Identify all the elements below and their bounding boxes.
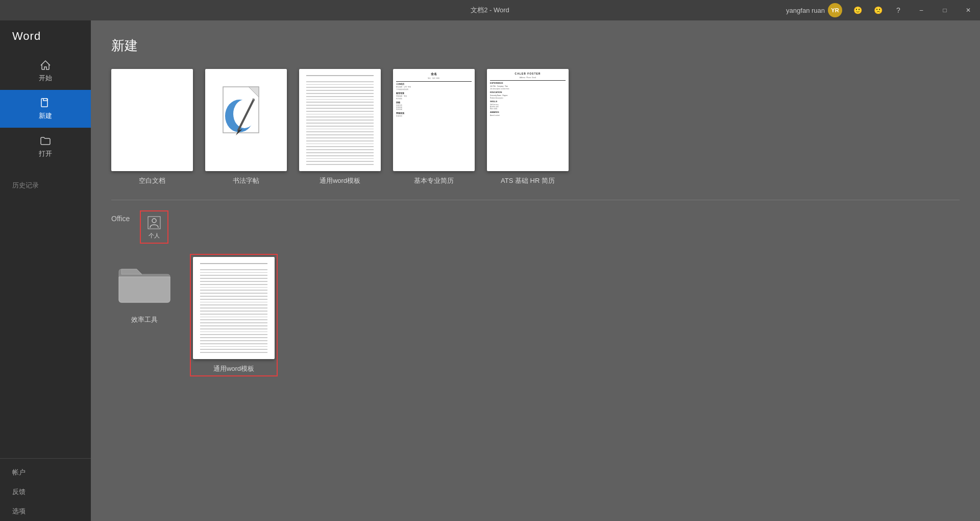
template-resume-basic-label: 基本专业简历	[414, 176, 454, 185]
sidebar-item-home[interactable]: 开始	[0, 52, 91, 90]
personal-templates-row: 效率工具	[111, 254, 960, 376]
svg-rect-0	[41, 99, 47, 107]
help-icon[interactable]: ?	[889, 1, 908, 19]
content-area: 新建 空白文档	[91, 20, 980, 521]
title-bar: 文档2 - Word yangfan ruan YR 🙂 🙁 ? – □ ✕	[0, 0, 980, 20]
user-info[interactable]: yangfan ruan YR	[782, 3, 846, 17]
personal-tab-label: 个人	[149, 232, 160, 240]
template-blank[interactable]: 空白文档	[111, 69, 193, 185]
template-resume-ats-thumb: CALEB FOSTER Address · Phone · Email EXP…	[487, 69, 569, 171]
template-resume-ats[interactable]: CALEB FOSTER Address · Phone · Email EXP…	[487, 69, 569, 185]
close-button[interactable]: ✕	[957, 2, 980, 18]
template-calligraphy[interactable]: 书法字帖	[205, 69, 287, 185]
sidebar-item-open[interactable]: 打开	[0, 128, 91, 165]
page-title: 新建	[111, 37, 960, 55]
template-general-personal-label: 通用word模板	[213, 364, 254, 373]
folder-thumb	[111, 254, 178, 310]
template-folder[interactable]: 效率工具	[111, 254, 178, 376]
templates-row: 空白文档	[111, 69, 960, 185]
main-area: Word 开始 新建	[0, 20, 980, 521]
template-calligraphy-label: 书法字帖	[233, 176, 259, 185]
emoji-happy-icon[interactable]: 🙂	[848, 1, 867, 19]
office-label: Office	[111, 210, 130, 223]
template-resume-basic[interactable]: 全名 地址 · 电话 · 邮箱 工作经历 职位名称 · 公司 · 年份 工作描述…	[393, 69, 475, 185]
maximize-button[interactable]: □	[933, 2, 957, 18]
template-resume-basic-thumb: 全名 地址 · 电话 · 邮箱 工作经历 职位名称 · 公司 · 年份 工作描述…	[393, 69, 475, 171]
personal-tab[interactable]: 个人	[140, 210, 168, 244]
window-controls: – □ ✕	[910, 2, 980, 18]
template-general-thumb	[299, 69, 381, 171]
template-blank-label: 空白文档	[139, 176, 165, 185]
template-calligraphy-thumb	[205, 69, 287, 171]
sidebar-nav: 开始 新建 打开	[0, 52, 91, 165]
sidebar-item-account[interactable]: 帐户	[0, 463, 91, 482]
user-name: yangfan ruan	[786, 7, 825, 14]
sidebar-bottom: 帐户 反馈 选项	[0, 458, 91, 521]
sidebar-item-feedback[interactable]: 反馈	[0, 482, 91, 502]
template-general[interactable]: 通用word模板	[299, 69, 381, 185]
folder-label: 效率工具	[131, 315, 158, 324]
section-divider	[111, 200, 960, 200]
sidebar-item-home-label: 开始	[39, 74, 52, 83]
sidebar-item-open-label: 打开	[39, 149, 52, 158]
sidebar-item-options[interactable]: 选项	[0, 502, 91, 521]
app-logo: Word	[0, 20, 91, 52]
template-general-label: 通用word模板	[320, 176, 360, 185]
template-general-personal[interactable]: 通用word模板	[190, 254, 278, 376]
minimize-button[interactable]: –	[910, 2, 933, 18]
sidebar-item-new-label: 新建	[39, 111, 52, 121]
template-general-personal-thumb	[193, 257, 275, 359]
sidebar-history-label: 历史记录	[0, 174, 91, 197]
personal-section-header: Office 个人	[111, 210, 960, 244]
user-avatar: YR	[828, 3, 842, 17]
template-blank-thumb	[111, 69, 193, 171]
personal-icon	[146, 215, 162, 231]
window-title: 文档2 - Word	[471, 6, 509, 15]
title-bar-right: yangfan ruan YR 🙂 🙁 ? – □ ✕	[782, 1, 980, 19]
sidebar-item-new[interactable]: 新建	[0, 90, 91, 128]
template-resume-ats-label: ATS 基础 HR 简历	[501, 176, 555, 185]
svg-point-8	[152, 219, 156, 223]
sidebar: Word 开始 新建	[0, 20, 91, 521]
emoji-sad-icon[interactable]: 🙁	[869, 1, 887, 19]
